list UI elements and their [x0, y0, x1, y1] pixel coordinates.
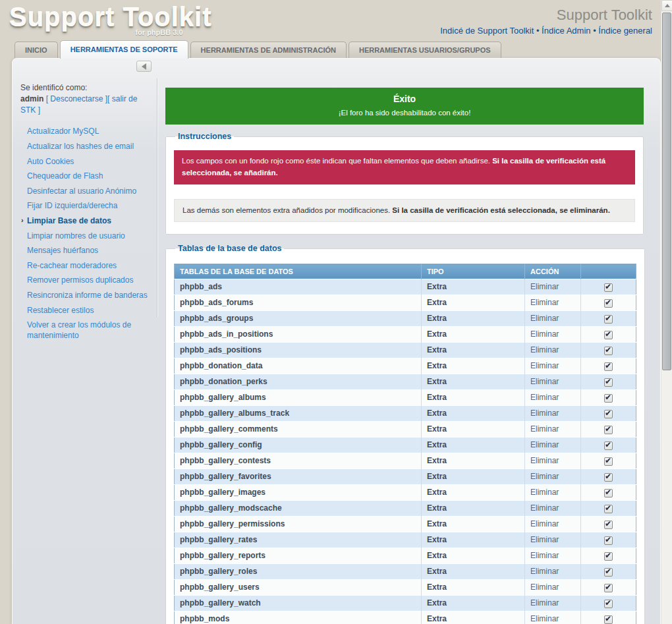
sidebar-item: Limpiar nombres de usuario [27, 231, 150, 242]
page: Support Toolkit for phpBB 3.0 Support To… [0, 0, 672, 624]
sidebar-item-link[interactable]: Volver a crear los módulos de mantenimie… [27, 320, 131, 340]
sidebar-item-link[interactable]: Re-cachear moderadores [27, 261, 117, 270]
eliminar-link[interactable]: Eliminar [530, 582, 559, 592]
eliminar-link[interactable]: Eliminar [530, 329, 559, 339]
row-checkbox[interactable] [604, 584, 613, 592]
sidebar-item-link[interactable]: Limpiar nombres de usuario [27, 231, 125, 241]
eliminar-link[interactable]: Eliminar [530, 440, 559, 449]
sidebar-item-link[interactable]: Actualizar los hashes de email [27, 142, 134, 151]
table-checkbox-cell [581, 358, 636, 374]
eliminar-link[interactable]: Eliminar [530, 298, 559, 307]
eliminar-link[interactable]: Eliminar [530, 488, 559, 497]
success-message: ¡El foro ha sido deshabilitado con éxito… [172, 109, 637, 117]
table-checkbox-cell [581, 422, 636, 438]
table-action-cell: Eliminar [525, 311, 581, 327]
header-nav-link[interactable]: Índice general [591, 26, 652, 36]
table-header-row: TABLAS DE LA BASE DE DATOS TIPO ACCIÓN [175, 264, 636, 279]
eliminar-link[interactable]: Eliminar [530, 345, 559, 355]
row-checkbox[interactable] [604, 600, 613, 608]
row-checkbox[interactable] [604, 315, 613, 324]
eliminar-link[interactable]: Eliminar [530, 314, 559, 323]
table-checkbox-cell [581, 548, 636, 564]
tab[interactable]: HERRAMIENTAS USUARIOS/GRUPOS [349, 42, 501, 58]
table-action-cell: Eliminar [525, 501, 581, 517]
eliminar-link[interactable]: Eliminar [530, 424, 559, 434]
scrollbar-thumb[interactable] [662, 13, 671, 370]
sidebar-item-link[interactable]: Restablecer estilos [27, 306, 94, 315]
site-info: Support Toolkit Indicé de Support Toolki… [440, 7, 652, 36]
eliminar-link[interactable]: Eliminar [530, 598, 559, 608]
row-checkbox[interactable] [604, 331, 613, 339]
row-checkbox[interactable] [604, 615, 613, 624]
table-name-cell: phpbb_donation_data [175, 358, 422, 374]
eliminar-link[interactable]: Eliminar [530, 282, 559, 291]
table-action-cell: Eliminar [525, 422, 581, 438]
eliminar-link[interactable]: Eliminar [530, 614, 559, 623]
eliminar-link[interactable]: Eliminar [530, 377, 559, 386]
row-checkbox[interactable] [604, 489, 613, 497]
row-checkbox[interactable] [604, 410, 613, 418]
row-checkbox[interactable] [604, 362, 613, 371]
collapse-sidebar-button[interactable] [136, 61, 152, 72]
sidebar-item-link[interactable]: Auto Cookies [27, 157, 74, 166]
eliminar-link[interactable]: Eliminar [530, 393, 559, 402]
row-checkbox[interactable] [604, 536, 613, 545]
row-checkbox[interactable] [604, 457, 613, 466]
sidebar-item: Restablecer estilos [27, 306, 150, 316]
sidebar-item-link[interactable]: Desinfectar al usuario Anónimo [27, 186, 136, 196]
instructions-legend: Instrucciones [175, 132, 234, 141]
table-name-cell: phpbb_gallery_roles [175, 564, 422, 580]
eliminar-link[interactable]: Eliminar [530, 456, 559, 465]
row-checkbox[interactable] [604, 505, 613, 513]
row-checkbox[interactable] [604, 521, 613, 529]
table-checkbox-cell [581, 611, 636, 624]
row-checkbox[interactable] [604, 426, 613, 434]
row-checkbox[interactable] [604, 394, 613, 403]
sidebar-item-link[interactable]: Remover permisos duplicados [27, 275, 133, 285]
row-checkbox[interactable] [604, 473, 613, 482]
database-tables-table: TABLAS DE LA BASE DE DATOS TIPO ACCIÓN p… [174, 264, 636, 624]
row-checkbox[interactable] [604, 552, 613, 561]
tab[interactable]: HERRAMIENTAS DE SOPORTE [60, 40, 188, 59]
header-nav-link[interactable]: Indicé de Support Toolkit [440, 26, 534, 36]
sidebar-item-link[interactable]: Actualizador MySQL [27, 127, 99, 136]
eliminar-link[interactable]: Eliminar [530, 409, 559, 418]
user-block: Se identificó como: admin [ Desconectars… [20, 82, 140, 115]
row-checkbox[interactable] [604, 347, 613, 355]
table-action-cell: Eliminar [525, 532, 581, 548]
row-checkbox[interactable] [604, 283, 613, 292]
eliminar-link[interactable]: Eliminar [530, 361, 559, 370]
tab[interactable]: INICIO [14, 42, 58, 58]
header-nav-link[interactable]: Índice Admin [534, 26, 590, 36]
column-header-checkbox [581, 264, 636, 279]
sidebar-item-link[interactable]: Resincroniza informe de banderas [27, 291, 148, 300]
sidebar-item-link[interactable]: Chequeador de Flash [27, 171, 103, 181]
identified-label: Se identificó como: [20, 83, 87, 92]
eliminar-link[interactable]: Eliminar [530, 535, 559, 544]
sidebar-item-link[interactable]: Fijar ID izquierda/derecha [27, 201, 117, 210]
row-checkbox[interactable] [604, 299, 613, 308]
table-row: phpbb_mods Extra Eliminar [175, 611, 636, 624]
table-row: phpbb_ads_positions Extra Eliminar [175, 343, 636, 358]
row-checkbox[interactable] [604, 568, 613, 577]
sidebar-item-link[interactable]: Limpiar Base de datos [27, 216, 111, 225]
row-checkbox[interactable] [604, 441, 613, 450]
page-scrollbar[interactable] [661, 0, 672, 624]
scrollbar-up-button[interactable] [661, 0, 672, 11]
eliminar-link[interactable]: Eliminar [530, 519, 559, 528]
sidebar-divider [157, 78, 157, 317]
table-name-cell: phpbb_gallery_reports [175, 548, 422, 564]
info-note: Las demás son elementos extra añadidos p… [174, 199, 635, 223]
row-checkbox[interactable] [604, 378, 613, 387]
column-header-accion: ACCIÓN [525, 264, 581, 279]
eliminar-link[interactable]: Eliminar [530, 503, 559, 513]
table-row: phpbb_gallery_contests Extra Eliminar [175, 453, 636, 469]
eliminar-link[interactable]: Eliminar [530, 567, 559, 576]
logout-link[interactable]: [ Desconectarse ] [46, 94, 107, 103]
sidebar-item: Chequeador de Flash [27, 171, 150, 182]
eliminar-link[interactable]: Eliminar [530, 472, 559, 481]
sidebar-item-link[interactable]: Mensajes huérfanos [27, 246, 98, 255]
tab[interactable]: HERRAMIENTAS DE ADMINISTRACIÓN [190, 42, 347, 58]
eliminar-link[interactable]: Eliminar [530, 551, 559, 560]
table-name-cell: phpbb_gallery_permissions [175, 517, 422, 532]
